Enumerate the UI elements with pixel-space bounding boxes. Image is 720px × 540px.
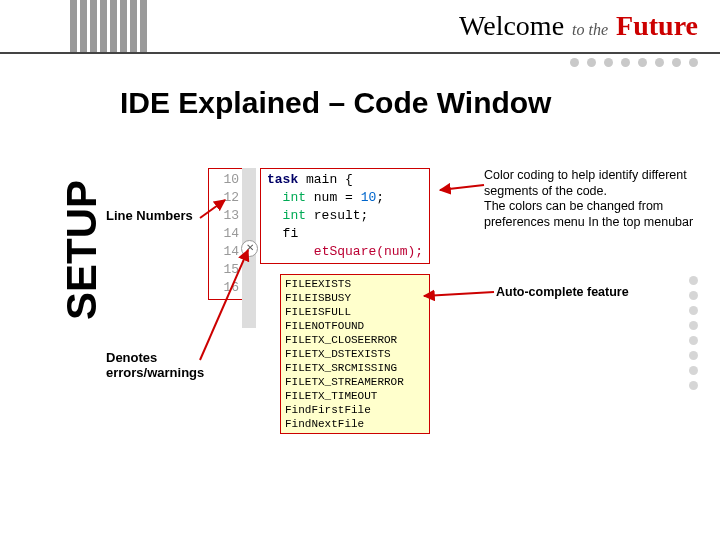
line-number: 12: [211, 189, 239, 207]
code-editor: task main { int num = 10; int result; fi…: [260, 168, 430, 264]
code-call: etSquare(num);: [314, 244, 423, 259]
line-number-gutter: 10 12 13 14 14 15 16: [208, 168, 244, 300]
code-text: main {: [298, 172, 353, 187]
line-number: 13: [211, 207, 239, 225]
label-errors: Denotes errors/warnings: [106, 350, 204, 380]
slide-header: Welcome to the Future: [0, 0, 720, 78]
code-text: result;: [306, 208, 368, 223]
code-keyword: task: [267, 172, 298, 187]
logo-welcome: Welcome: [459, 10, 564, 42]
header-stripes: [70, 0, 147, 52]
annotation-autocomplete: Auto-complete feature: [496, 285, 629, 301]
line-number: 16: [211, 279, 239, 297]
code-type: int: [283, 190, 306, 205]
footer-dots: [689, 276, 698, 390]
code-window: 10 12 13 14 14 15 16 ✕ task main { int n…: [208, 168, 468, 378]
header-divider: [0, 52, 720, 54]
line-number: 10: [211, 171, 239, 189]
logo-tothe: to the: [572, 21, 608, 39]
label-line-numbers: Line Numbers: [106, 208, 193, 223]
logo-future: Future: [616, 10, 698, 42]
line-number: 14: [211, 225, 239, 243]
error-badge-icon: ✕: [241, 240, 258, 257]
autocomplete-item: FILEEXISTS: [285, 277, 425, 291]
autocomplete-item: FILEISBUSY: [285, 291, 425, 305]
section-label-setup: SETUP: [58, 180, 106, 320]
code-text: [283, 244, 314, 259]
autocomplete-item: FILETX_DSTEXISTS: [285, 347, 425, 361]
autocomplete-item: FILEISFULL: [285, 305, 425, 319]
autocomplete-item: FindNextFile: [285, 417, 425, 431]
slide-title: IDE Explained – Code Window: [120, 86, 551, 120]
code-text: num =: [306, 190, 361, 205]
autocomplete-popup: FILEEXISTS FILEISBUSY FILEISFULL FILENOT…: [280, 274, 430, 434]
autocomplete-item: FILETX_CLOSEERROR: [285, 333, 425, 347]
line-number: 15: [211, 261, 239, 279]
code-literal: 10: [361, 190, 377, 205]
autocomplete-item: FILETX_STREAMERROR: [285, 375, 425, 389]
header-dots: [570, 58, 698, 67]
line-number: 14: [211, 243, 239, 261]
code-type: int: [283, 208, 306, 223]
autocomplete-item: FILENOTFOUND: [285, 319, 425, 333]
autocomplete-item: FILETX_TIMEOUT: [285, 389, 425, 403]
code-text: fi: [283, 226, 299, 241]
brand-logo: Welcome to the Future: [459, 10, 698, 42]
autocomplete-item: FindFirstFile: [285, 403, 425, 417]
code-text: ;: [376, 190, 384, 205]
autocomplete-item: FILETX_SRCMISSING: [285, 361, 425, 375]
annotation-color-coding: Color coding to help identify different …: [484, 168, 704, 231]
